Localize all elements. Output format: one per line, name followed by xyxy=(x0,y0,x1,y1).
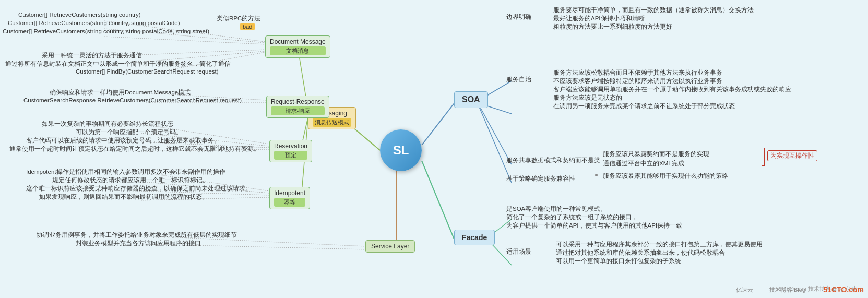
facade-node: Facade xyxy=(454,230,495,245)
req-item-2: CustomerSearchResponse RetrieveCustomers… xyxy=(23,97,242,103)
diagram-container: SL Messaging 消息传送模式 SOA Facade Service L… xyxy=(0,0,868,298)
res-item-1: 如果一次复杂的事物期间有必要维持长流程状态 xyxy=(42,120,173,128)
site-label: 技术博客 Blog xyxy=(769,286,805,294)
soa-s-item-4: 服务方法应该是无状态的 xyxy=(553,94,622,102)
doc-item-3: Customer[] FindBy(CustomerSearchRequest … xyxy=(76,68,219,75)
idem-item-1: Idempotent操作是指使用相同的输入参数调用多次不会带来副作用的操作 xyxy=(26,168,225,176)
idempotent-label: Idempotent xyxy=(274,189,305,197)
interop-label: 为实现互操作性 xyxy=(767,150,817,161)
facade-s-item-1: 可以采用一种与应用程序其余部分一致的接口打包第三方库，使其更易使用 xyxy=(556,241,763,248)
facade-s-item-2: 通过把对其他系统和库的依赖关系抽象出来，使代码松散耦合 xyxy=(556,249,725,257)
svg-line-29 xyxy=(479,107,512,183)
soa-b-item-1: 服务要尽可能干净简单，而且有一致的数据（通常被称为消息）交换方法 xyxy=(553,6,754,14)
rpc-method-1: Customer[] RetrieveCustomers(string coun… xyxy=(18,11,141,18)
center-node-label: SL xyxy=(393,143,409,158)
svg-line-28 xyxy=(479,105,512,164)
doc-item-1: 采用一种统一灵活的方法于服务通信 xyxy=(42,52,142,59)
soa-s-item-1: 服务方法应该松散耦合而且不依赖于其他方法来执行业务事务 xyxy=(553,69,722,77)
soa-node: SOA xyxy=(454,91,488,108)
soa-policy-item: 服务应该暴露其能够用于实现什么功能的策略 xyxy=(603,172,728,180)
soa-self-label: 服务自治 xyxy=(506,76,531,84)
request-node: Request-Response 请求-响应 xyxy=(266,96,329,118)
facade-scenario-label: 适用场景 xyxy=(506,248,531,256)
doc-item-2: 通过将所有信息封装在文档正文中以形成一个简单和干净的服务签名，简化了通信 xyxy=(5,60,231,68)
soa-s-item-3: 客户端应该能够调用单项服务并在一个原子动作内接收到有关该事务成功或失败的响应 xyxy=(553,86,791,93)
site-label2: 亿速云 xyxy=(736,286,753,294)
svg-line-10 xyxy=(104,37,265,44)
messaging-sub-label: 消息传送模式 xyxy=(313,118,351,127)
facade-main-1: 是SOA客户端使用的一种常见模式。 xyxy=(506,205,607,213)
service-layer-node: Service Layer xyxy=(365,240,415,253)
idem-item-3: 这个唯一标识符应该接受某种响应存储器的检查，以确保之前尚未处理过该请求。 xyxy=(26,185,252,193)
rpc-method-2: Customer[] RetrieveCustomers(string coun… xyxy=(8,20,180,26)
soa-s-item-5: 在调用另一项服务来完成某个请求之前不让系统处于部分完成状态 xyxy=(553,102,735,110)
soa-label: SOA xyxy=(462,95,480,104)
req-item-1: 确保响应和请求一样均使用Document Message模式 xyxy=(50,89,191,97)
soa-b-item-3: 粗粒度的方法要比一系列细粒度的方法更好 xyxy=(553,23,672,31)
document-node: Document Message 文档消息 xyxy=(265,35,330,58)
soa-b-item-2: 最好让服务的API保持小巧和清晰 xyxy=(553,15,645,22)
document-sub-label: 文档消息 xyxy=(270,46,326,55)
document-label: Document Message xyxy=(270,38,326,45)
idem-item-2: 规定任何修改状态的请求都应该用一个唯一标识符标记。 xyxy=(52,176,209,184)
idempotent-node: Idempotent 幂等 xyxy=(269,187,310,209)
facade-main-3: 为客户提供一个简单的API，使其与客户使用的其他API保持一致 xyxy=(506,222,682,230)
reservation-sub-label: 预定 xyxy=(274,151,307,160)
idem-item-4: 如果发现响应，则返回结果而不影响最初调用的流程的状态。 xyxy=(39,193,208,201)
res-item-2: 可以为第一个响应指配一个预定号码。 xyxy=(76,128,182,136)
reservation-label: Reservation xyxy=(274,142,307,150)
soa-policy-label: 基于策略确定服务兼容性 xyxy=(506,175,575,183)
sl-item-2: 封装业务模型并充当各方访问应用程序的接口 xyxy=(76,240,201,247)
center-node: SL xyxy=(380,129,422,171)
svg-line-1 xyxy=(422,103,454,145)
soa-boundary-label: 边界明确 xyxy=(506,13,531,21)
facade-main-2: 简化了一个复杂的子系统或一组子系统的接口， xyxy=(506,213,638,221)
soa-sh-item-1: 服务应该只暴露契约而不是服务的实现 xyxy=(603,150,709,158)
soa-shared-label: 服务共享数据模式和契约而不是类 xyxy=(506,157,600,164)
svg-line-2 xyxy=(422,161,454,239)
res-item-3: 客户代码可以在后续的请求中使用该预定号码，让服务层来获取事务。 xyxy=(26,137,220,145)
sl-item-1: 协调业务用例事务，并将工作委托给业务对象来完成所有低层的实现细节 xyxy=(37,231,237,239)
policy-dot xyxy=(595,174,598,176)
soa-sh-item-2: 通信通过平台中立的XML完成 xyxy=(603,160,684,168)
site-logo: 51CTO.com xyxy=(823,285,864,294)
rpc-method-3: Customer[] RetrieveCustomers(string coun… xyxy=(3,28,209,34)
reservation-node: Reservation 预定 xyxy=(269,140,312,162)
bracket-right xyxy=(762,148,765,166)
res-item-4: 通常使用一个超时时间让预定状态在给定时间之后超时，这样它就不会无限制地持有资源。 xyxy=(9,145,260,153)
bad-badge: bad xyxy=(240,23,255,30)
facade-s-item-3: 可以用一个更简单的接口来打包复杂的子系统 xyxy=(556,257,681,265)
rpc-label: 类似RPC的方法 xyxy=(217,15,260,22)
request-label: Request-Response xyxy=(271,98,325,105)
idempotent-sub-label: 幂等 xyxy=(274,198,305,207)
service-layer-label: Service Layer xyxy=(371,243,409,250)
request-sub-label: 请求-响应 xyxy=(271,106,325,115)
facade-label: Facade xyxy=(462,233,487,242)
soa-s-item-2: 不应该要求客户端按照特定的顺序来调用方法以执行业务事务 xyxy=(553,77,722,85)
